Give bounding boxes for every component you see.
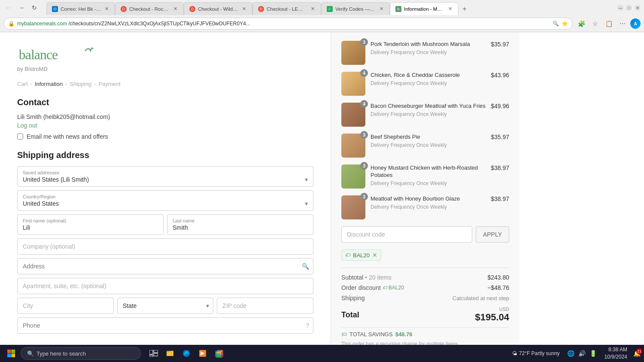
address-bar[interactable]: 🔒 mybalancemeals.com /checkouts/cn/Z2NwL…: [3, 18, 573, 30]
order-item-2: 4 Bacon Cheeseburger Meatloaf with Yuca …: [341, 103, 509, 127]
browser-nav: ← → ↻: [3, 3, 39, 13]
country-field[interactable]: Country/Region United States ▾: [17, 190, 313, 211]
breadcrumb-sep-3: ›: [94, 81, 96, 87]
contact-user-info: Lili Smith (heibk205@hotmail.com): [17, 113, 313, 120]
state-group: State ALAKAZCA COFLGATXNY: [117, 298, 214, 314]
tab-close-rockstar[interactable]: ✕: [172, 6, 178, 12]
tab-favicon-mybalance: b: [395, 6, 401, 12]
url-path: /checkouts/cn/Z2NwLXVzLXdlc3QxOjAxSjlSTU…: [68, 21, 250, 27]
collections-button[interactable]: 📋: [603, 18, 615, 30]
subtotal-label: Subtotal • 20 items: [341, 274, 392, 281]
breadcrumb-shipping[interactable]: Shipping: [70, 81, 91, 87]
savings-row: 🏷 TOTAL SAVINGS $48.76: [341, 327, 509, 338]
tab-close-outlook[interactable]: ✕: [103, 6, 109, 12]
forward-button[interactable]: →: [16, 3, 27, 13]
item-details-4: Honey Mustard Chicken with Herb-Roasted …: [371, 164, 486, 186]
tab-close-lewkin[interactable]: ✕: [310, 6, 316, 12]
contact-title: Contact: [17, 97, 313, 107]
tab-verifycodes[interactable]: ✓ Verify Codes — Simp... ✕: [321, 2, 390, 15]
tab-label-wildoak: Checkout - Wild Oak ...: [198, 6, 238, 12]
firstname-label: First name (optional): [23, 218, 158, 223]
tab-lewkin[interactable]: D Checkout - LEWKIN ✕: [252, 2, 321, 15]
url-display: mybalancemeals.com /checkouts/cn/Z2NwLXV…: [17, 21, 550, 27]
search-url-icon[interactable]: 🔍: [553, 21, 559, 27]
logout-link[interactable]: Log out: [17, 122, 313, 129]
maximize-button[interactable]: □: [626, 5, 632, 11]
state-select[interactable]: State ALAKAZCA COFLGATXNY: [117, 298, 214, 314]
subtotal-items: • 20 items: [365, 274, 392, 281]
newsletter-checkbox[interactable]: [17, 134, 23, 140]
total-currency: USD: [499, 307, 509, 312]
refresh-button[interactable]: ↻: [29, 3, 39, 13]
shipping-row: Shipping Calculated at next step: [341, 295, 509, 301]
lastname-label: Last name: [173, 218, 308, 223]
shipping-section: Shipping address Saved addresses United …: [17, 150, 313, 334]
bookmark-icon[interactable]: ⭐: [562, 21, 568, 27]
profile-avatar[interactable]: A: [630, 18, 641, 29]
lastname-input[interactable]: [173, 224, 308, 231]
taskbar-app-sublime[interactable]: [195, 346, 210, 348]
logo-subtitle: by BistroMD: [17, 66, 313, 72]
coupon-icon: 🏷: [345, 252, 350, 258]
settings-button[interactable]: ⋯: [617, 18, 629, 30]
breadcrumb-sep-1: ›: [30, 81, 32, 87]
apt-input[interactable]: [17, 278, 313, 294]
phone-help-icon[interactable]: ?: [306, 322, 309, 329]
tab-close-verifycodes[interactable]: ✕: [378, 6, 384, 12]
tab-mybalance[interactable]: b Information - MyBala... ✕: [390, 2, 459, 15]
company-input[interactable]: [17, 238, 313, 255]
tab-rockstar[interactable]: D Checkout - Rockstar C... ✕: [115, 2, 184, 15]
coupon-code-label: BAL20: [353, 252, 370, 259]
item-name-1: Chicken, Rice & Cheddar Casserole: [371, 72, 486, 79]
item-qty-badge-3: 3: [360, 131, 368, 139]
favorites-button[interactable]: ☆: [589, 18, 601, 30]
remove-coupon-button[interactable]: ✕: [372, 252, 377, 259]
contact-section: Contact Lili Smith (heibk205@hotmail.com…: [17, 97, 313, 140]
city-input[interactable]: [17, 298, 114, 314]
close-window-button[interactable]: ✕: [635, 5, 641, 11]
firstname-input[interactable]: [23, 224, 158, 231]
address-bar-row: 🔒 mybalancemeals.com /checkouts/cn/Z2NwL…: [0, 15, 644, 32]
start-button[interactable]: [3, 347, 19, 348]
new-tab-button[interactable]: +: [459, 3, 471, 15]
item-img-wrap-2: 4: [341, 103, 365, 127]
taskbar-apps: [146, 346, 227, 348]
breadcrumb-cart[interactable]: Cart: [17, 81, 28, 87]
tab-favicon-lewkin: D: [258, 6, 264, 12]
item-name-0: Pork Tenderloin with Mushroom Marsala: [371, 41, 486, 48]
country-label: Country/Region: [23, 194, 308, 199]
tab-outlook[interactable]: O Correo: Hei Bk - Outl... ✕: [46, 2, 115, 15]
toolbar-icons: 🧩 ☆ 📋 ⋯ A: [575, 18, 641, 30]
taskbar-app-chrome[interactable]: [211, 346, 227, 348]
tab-favicon-outlook: O: [52, 6, 58, 12]
taskbar-search[interactable]: 🔍 Type here to search: [21, 347, 141, 348]
lastname-group: Last name: [167, 214, 313, 235]
extensions-button[interactable]: 🧩: [575, 18, 587, 30]
item-name-4: Honey Mustard Chicken with Herb-Roasted …: [371, 164, 486, 179]
discount-code-input[interactable]: [341, 226, 472, 243]
taskbar-app-explorer[interactable]: [162, 346, 178, 348]
back-button[interactable]: ←: [3, 3, 14, 13]
breadcrumb-payment[interactable]: Payment: [98, 81, 120, 87]
country-value: United States: [23, 200, 59, 207]
address-input[interactable]: [17, 258, 313, 274]
taskbar-app-taskview[interactable]: [146, 346, 161, 348]
zip-input[interactable]: [217, 298, 313, 314]
tab-close-wildoak[interactable]: ✕: [241, 6, 247, 12]
phone-group: ?: [17, 317, 313, 334]
apt-group: [17, 278, 313, 294]
order-item-1: 4 Chicken, Rice & Cheddar Casserole Deli…: [341, 72, 509, 96]
taskbar-time-display[interactable]: 8:38 AM 10/9/2024: [602, 346, 630, 348]
tab-wildoak[interactable]: D Checkout - Wild Oak ... ✕: [184, 2, 252, 15]
phone-input[interactable]: [17, 317, 313, 334]
order-item-0: 3 Pork Tenderloin with Mushroom Marsala …: [341, 41, 509, 65]
item-qty-badge-5: 3: [360, 193, 368, 201]
tab-close-mybalance[interactable]: ✕: [447, 6, 453, 12]
order-item-3: 3 Beef Shepherds Pie Delivery Frequency …: [341, 134, 509, 158]
apply-discount-button[interactable]: APPLY: [476, 226, 509, 243]
item-img-wrap-4: 3: [341, 164, 365, 189]
taskbar-app-edge[interactable]: [179, 346, 194, 348]
discount-code-tag: 🏷 BAL20: [383, 285, 404, 291]
checkout-left: balance by BistroMD Cart › Information ›…: [0, 32, 331, 348]
minimize-button[interactable]: —: [617, 5, 623, 11]
